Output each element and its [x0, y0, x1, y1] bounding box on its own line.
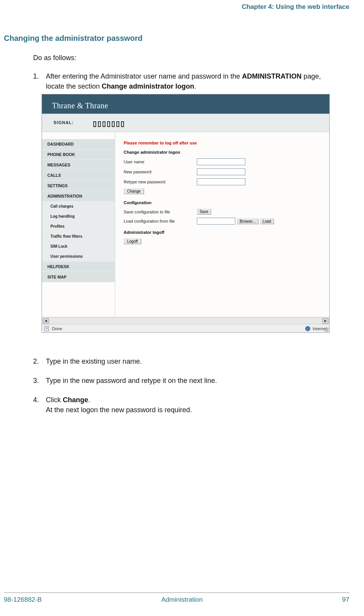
step-text: At the next logon the new password is re… [46, 406, 192, 414]
sidebar: DASHBOARD PHONE BOOK MESSAGES CALLS SETT… [42, 132, 115, 316]
sidebar-item-phonebook[interactable]: PHONE BOOK [42, 149, 115, 160]
load-button[interactable]: Load [260, 218, 274, 224]
sidebar-item-sitemap[interactable]: SITE MAP [42, 272, 115, 282]
step-text: . [194, 82, 196, 90]
warning-text: Please remember to log off after use [124, 141, 325, 145]
sidebar-item-settings[interactable]: SETTINGS [42, 181, 115, 191]
svg-rect-0 [45, 326, 49, 331]
step-2: 2. Type in the existing user name. [33, 357, 339, 367]
intro-text: Do as follows: [33, 54, 76, 62]
globe-icon [305, 326, 310, 331]
step-strong: Change [63, 396, 88, 404]
step-1: 1. After entering the Administrator user… [33, 72, 339, 91]
signal-label: SIGNAL: [54, 120, 74, 125]
chapter-header: Chapter 4: Using the web interface [242, 3, 349, 11]
brand-logo: Thrane & Thrane [52, 101, 108, 110]
signal-band: SIGNAL: ▯▯▯▯▯▯▯ [42, 114, 329, 132]
footer-rule [4, 593, 349, 593]
footer-section-name: Administration [0, 596, 364, 604]
app-header: Thrane & Thrane [42, 94, 329, 114]
retype-password-label: Retype new password [124, 180, 197, 184]
section-title: Changing the administrator password [4, 34, 143, 43]
change-button[interactable]: Change [124, 188, 144, 194]
step-number: 1. [33, 72, 44, 82]
username-label: User name [124, 159, 197, 164]
step-text: After entering the Administrator user na… [46, 72, 242, 80]
sidebar-item-sim-lock[interactable]: SIM Lock [42, 242, 115, 252]
step-number: 4. [33, 395, 44, 405]
logoff-button[interactable]: Logoff [124, 238, 141, 244]
status-done: Done [52, 326, 62, 331]
step-number: 3. [33, 376, 44, 386]
sidebar-item-user-permissions[interactable]: User permissions [42, 252, 115, 262]
load-config-label: Load configuration from file [124, 219, 197, 223]
page-icon [44, 326, 50, 331]
browse-button[interactable]: Browse... [237, 218, 258, 224]
username-input[interactable] [197, 158, 245, 165]
step-text: . [88, 396, 90, 404]
signal-bars-icon: ▯▯▯▯▯▯▯ [93, 119, 125, 128]
scroll-right-icon[interactable]: ► [322, 318, 329, 324]
sidebar-item-dashboard[interactable]: DASHBOARD [42, 139, 115, 149]
group-logoff: Administrator logoff [124, 230, 325, 235]
screenshot-panel: Thrane & Thrane SIGNAL: ▯▯▯▯▯▯▯ DASHBOAR… [42, 94, 330, 333]
new-password-label: New password [124, 170, 197, 174]
status-bar: Done Internet [42, 324, 329, 332]
footer-page-number: 97 [342, 596, 349, 604]
group-configuration: Configuration [124, 200, 325, 205]
sidebar-item-messages[interactable]: MESSAGES [42, 160, 115, 170]
sidebar-item-traffic-flow[interactable]: Traffic flow filters [42, 232, 115, 242]
content-pane: Please remember to log off after use Cha… [115, 132, 329, 316]
sidebar-item-helpdesk[interactable]: HELPDESK [42, 262, 115, 272]
sidebar-item-log-handling[interactable]: Log handling [42, 211, 115, 222]
retype-password-input[interactable] [197, 178, 245, 185]
save-config-label: Save configuration to file [124, 210, 197, 214]
scroll-left-icon[interactable]: ◄ [43, 318, 49, 324]
sidebar-item-profiles[interactable]: Profiles [42, 222, 115, 232]
save-button[interactable]: Save [197, 209, 211, 215]
step-text: Type in the existing user name. [46, 357, 339, 367]
step-number: 2. [33, 357, 44, 367]
step-text: Click [46, 396, 63, 404]
sidebar-item-calls[interactable]: CALLS [42, 170, 115, 181]
sidebar-item-administration[interactable]: ADMINISTRATION [42, 191, 115, 201]
horizontal-scrollbar[interactable]: ◄ ► [42, 317, 329, 324]
step-3: 3. Type in the new password and retype i… [33, 376, 339, 386]
sidebar-item-call-charges[interactable]: Call charges [42, 201, 115, 211]
resize-grip-icon[interactable] [323, 326, 329, 332]
step-4: 4. Click Change. At the next logon the n… [33, 395, 339, 415]
step-strong: Change administrator logon [102, 82, 194, 90]
new-password-input[interactable] [197, 168, 245, 175]
step-text: Type in the new password and retype it o… [46, 376, 339, 386]
load-config-input[interactable] [197, 218, 235, 225]
step-strong: ADMINISTRATION [242, 72, 302, 80]
group-change-logon: Change administrator logon [124, 150, 325, 154]
